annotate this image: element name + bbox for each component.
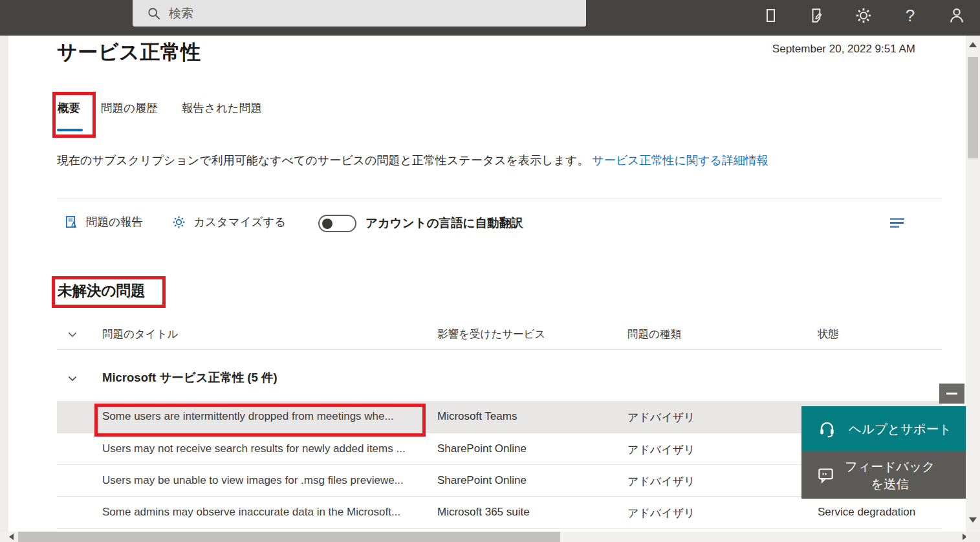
service-cell: Microsoft Teams [437,410,618,423]
col-status[interactable]: 状態 [818,327,839,341]
page-description: 現在のサブスクリプションで利用可能なすべてのサービスの問題と正常性ステータスを表… [57,153,768,168]
report-issue-label: 問題の報告 [86,214,143,230]
group-label: Microsoft サービス正常性 (5 件) [102,369,278,385]
horizontal-scrollbar-thumb[interactable] [18,532,560,542]
person-icon [948,6,966,25]
scroll-down-arrow-icon[interactable] [969,517,977,523]
report-issue-button[interactable]: 問題の報告 [64,214,143,230]
scroll-left-arrow-icon[interactable] [9,534,14,540]
panel-icon [767,9,775,22]
document-pen-icon [809,7,825,24]
open-issues-heading: 未解決の問題 [58,281,146,301]
issue-title-cell[interactable]: Some users are intermittently dropped fr… [102,410,426,423]
gear-icon [855,6,873,25]
send-feedback-label: フィードバック を送信 [845,458,935,492]
search-input[interactable] [169,6,557,21]
settings-icon[interactable] [848,0,879,31]
vertical-scrollbar[interactable] [966,36,980,532]
top-app-bar: ? [0,0,980,36]
issue-title-cell[interactable]: Some admins may observe inaccurate data … [102,506,426,519]
customize-gear-icon [171,215,186,230]
service-cell: Microsoft 365 suite [437,506,618,519]
vertical-scrollbar-thumb[interactable] [968,57,978,158]
minus-icon [946,393,957,395]
headset-icon [818,420,836,438]
report-document-icon [64,215,79,230]
feedback-label-line1: フィードバック [845,459,935,473]
left-gutter [0,36,8,532]
feedback-bubble-icon [817,466,834,484]
feedback-doc-icon[interactable] [801,0,833,31]
issue-type-cell: アドバイザリ [627,506,789,521]
search-icon [147,6,161,21]
learn-more-link[interactable]: サービス正常性に関する詳細情報 [592,154,768,167]
issue-type-cell: アドバイザリ [627,442,789,457]
account-icon[interactable] [941,0,972,31]
horizontal-scrollbar[interactable] [0,532,980,542]
status-cell: Service degradation [818,506,941,519]
active-tab-underline [57,129,83,131]
auto-translate-label: アカウントの言語に自動翻訳 [365,215,523,231]
page-title: サービス正常性 [57,39,201,66]
filter-icon[interactable] [890,218,906,230]
scrollbar-corner [966,532,980,542]
col-issue-title[interactable]: 問題のタイトル [102,327,178,341]
issue-type-cell: アドバイザリ [627,474,789,489]
collapse-all-chevron-icon[interactable] [66,328,79,343]
last-refreshed-timestamp: September 20, 2022 9:51 AM [772,43,915,56]
service-cell: SharePoint Online [437,474,618,487]
table-row[interactable]: Some admins may observe inaccurate data … [57,497,942,529]
service-cell: SharePoint Online [437,442,618,455]
send-feedback-button[interactable]: フィードバック を送信 [801,451,966,499]
scroll-up-arrow-icon[interactable] [969,42,977,47]
minimize-help-button[interactable] [939,384,964,404]
customize-button[interactable]: カスタマイズする [171,214,286,230]
search-box[interactable] [133,0,586,27]
feedback-label-line2: を送信 [871,477,909,491]
col-affected-service[interactable]: 影響を受けたサービス [437,327,545,341]
issue-type-cell: アドバイザリ [627,410,789,425]
help-and-support-button[interactable]: ヘルプとサポート [801,406,966,451]
tab-issue-history[interactable]: 問題の履歴 [101,100,158,116]
group-chevron-icon[interactable] [66,372,79,387]
tab-reported-issues[interactable]: 報告された問題 [182,100,262,116]
divider [57,199,942,199]
description-text: 現在のサブスクリプションで利用可能なすべてのサービスの問題と正常性ステータスを表… [57,154,589,167]
service-health-page: ? サービス正常性 September 20, 2022 9:51 AM 概要 … [0,0,980,542]
help-icon[interactable]: ? [895,0,926,31]
issue-title-cell[interactable]: Users may not receive search results for… [102,442,426,455]
col-issue-type[interactable]: 問題の種類 [627,327,681,341]
customize-label: カスタマイズする [193,214,286,230]
group-header-row[interactable]: Microsoft サービス正常性 (5 件) [57,358,942,400]
auto-translate-toggle[interactable] [318,215,356,232]
issue-title-cell[interactable]: Users may be unable to view images for .… [102,474,426,487]
tab-overview[interactable]: 概要 [58,100,80,116]
table-header-row: 問題のタイトル 影響を受けたサービス 問題の種類 状態 [57,320,942,350]
app-launcher-icon[interactable] [755,0,786,31]
toggle-knob [322,219,332,229]
question-mark-icon: ? [906,6,915,26]
help-and-support-label: ヘルプとサポート [849,420,952,438]
